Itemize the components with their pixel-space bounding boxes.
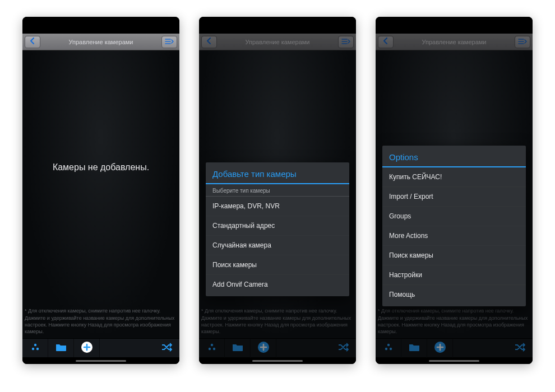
add-button[interactable] [74,339,100,358]
phone-screen-2: Управление камерами * Для отключения кам… [199,17,356,364]
scan-button[interactable] [376,339,401,358]
phone-screen-3: Управление камерами * Для отключения кам… [376,17,533,364]
options-item-search-camera[interactable]: Поиск камеры [382,246,526,265]
folder-icon [409,343,420,354]
arrow-left-icon [382,37,390,47]
shuffle-button[interactable] [154,339,179,358]
options-item-import-export[interactable]: Import / Export [382,187,526,207]
shuffle-icon [161,343,172,354]
scan-icon [30,342,40,354]
scan-icon [383,342,394,354]
list-arrow-icon [518,37,527,47]
arrow-left-icon [29,37,36,47]
add-button[interactable] [427,339,453,358]
folder-button[interactable] [401,339,427,358]
folder-icon [232,343,243,354]
page-title: Управление камерами [40,39,161,45]
bottom-toolbar [22,338,179,357]
add-button[interactable] [251,339,276,358]
arrow-left-icon [205,37,213,47]
options-item-more-actions[interactable]: More Actions [382,226,526,246]
empty-state-text: Камеры не добавлены. [22,162,179,172]
page-title: Управление камерами [217,39,338,45]
options-item-help[interactable]: Помощь [382,285,526,304]
bottom-toolbar [376,338,533,357]
home-indicator [376,357,533,364]
hint-text: * Для отключения камеры, снимите напроти… [376,304,533,338]
status-bar [199,17,356,34]
folder-icon [55,343,67,354]
menu-button[interactable] [338,36,354,48]
svg-point-9 [385,347,387,349]
app-header: Управление камерами [199,34,356,50]
menu-button[interactable] [515,36,530,48]
scan-button[interactable] [22,339,48,358]
svg-point-0 [34,343,36,346]
plus-circle-icon [257,341,270,356]
list-arrow-icon [165,37,174,47]
camera-type-item-standard[interactable]: Стандартный адрес [206,216,349,236]
list-arrow-icon [341,37,350,47]
options-dialog: Options Купить СЕЙЧАС! Import / Export G… [382,146,526,306]
menu-button[interactable] [161,36,177,48]
camera-type-item-onvif[interactable]: Add Onvif Camera [206,275,349,294]
scan-icon [207,342,217,354]
shuffle-button[interactable] [330,339,356,358]
status-bar [22,17,179,34]
dialog-title: Добавьте тип камеры [206,162,349,184]
svg-point-1 [31,347,34,349]
app-header: Управление камерами [22,34,179,50]
svg-point-8 [387,343,389,346]
hint-text: * Для отключения камеры, снимите напроти… [199,304,356,338]
hint-text: * Для отключения камеры, снимите напроти… [22,304,179,338]
plus-circle-icon [81,341,93,356]
phone-screen-1: Управление камерами Камеры не добавлены.… [22,17,179,364]
dialog-title: Options [382,146,526,167]
content-area: * Для отключения камеры, снимите напроти… [376,50,533,338]
page-title: Управление камерами [394,39,515,45]
content-area: * Для отключения камеры, снимите напроти… [199,50,356,338]
camera-type-item-search[interactable]: Поиск камеры [206,255,349,275]
folder-button[interactable] [225,339,251,358]
bottom-toolbar [199,338,356,357]
svg-point-10 [389,347,391,349]
shuffle-button[interactable] [507,339,533,358]
back-button[interactable] [25,36,40,48]
status-bar [376,17,533,34]
back-button[interactable] [201,36,217,48]
app-header: Управление камерами [376,34,533,50]
options-item-settings[interactable]: Настройки [382,265,526,285]
add-camera-dialog: Добавьте тип камеры Выберите тип камеры … [206,162,349,296]
options-item-buy[interactable]: Купить СЕЙЧАС! [382,167,526,187]
content-area: Камеры не добавлены. * Для отключения ка… [22,50,179,338]
scan-button[interactable] [199,339,225,358]
svg-point-6 [212,347,215,349]
svg-point-5 [208,347,210,349]
svg-point-4 [210,343,212,346]
home-indicator [199,357,356,364]
folder-button[interactable] [48,339,74,358]
shuffle-icon [337,343,349,354]
svg-point-2 [36,347,38,349]
plus-circle-icon [434,341,446,356]
dialog-subtitle: Выберите тип камеры [206,184,349,197]
home-indicator [22,357,179,364]
camera-type-item-ip[interactable]: IP-камера, DVR, NVR [206,197,349,216]
back-button[interactable] [378,36,394,48]
camera-type-item-random[interactable]: Случайная камера [206,236,349,255]
shuffle-icon [514,343,525,354]
options-item-groups[interactable]: Groups [382,207,526,226]
